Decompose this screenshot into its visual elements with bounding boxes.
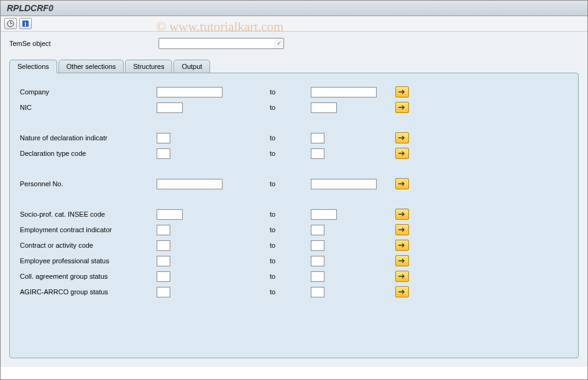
input-contract-activity-from[interactable]	[157, 240, 170, 251]
input-nature-from[interactable]	[157, 133, 170, 143]
row-nic: NIC to	[20, 101, 568, 114]
label-emp-contract: Employment contract indicator	[20, 226, 157, 233]
arrow-right-icon	[398, 104, 407, 111]
tab-area: Selections Other selections Structures O…	[1, 54, 587, 367]
row-personnel: Personnel No. to	[20, 178, 568, 190]
to-label: to	[265, 242, 311, 249]
row-company: Company to	[20, 86, 568, 98]
arrow-right-icon	[398, 89, 407, 95]
tab-content: Company to NIC to Nature of declaration …	[9, 73, 579, 358]
label-socio: Socio-prof. cat. INSEE code	[20, 210, 157, 218]
input-agirc-to[interactable]	[311, 287, 324, 297]
label-contract-activity: Contract or activity code	[20, 242, 157, 249]
label-agirc: AGIRC-ARRCO group status	[20, 288, 157, 296]
input-nic-from[interactable]	[157, 102, 183, 113]
arrow-right-icon	[398, 273, 407, 279]
row-decl-type: Declaration type code to	[20, 147, 568, 160]
range-emp-contract-button[interactable]	[395, 224, 409, 235]
label-personnel: Personnel No.	[20, 180, 157, 188]
arrow-right-icon	[398, 242, 407, 248]
input-coll-agreement-from[interactable]	[157, 271, 170, 282]
row-socio: Socio-prof. cat. INSEE code to	[20, 208, 568, 220]
input-company-to[interactable]	[311, 87, 377, 97]
to-label: to	[265, 150, 311, 157]
input-emp-prof-status-to[interactable]	[311, 256, 324, 266]
input-nature-to[interactable]	[311, 133, 324, 143]
tab-structures[interactable]: Structures	[125, 60, 172, 73]
range-company-button[interactable]	[395, 86, 409, 97]
clock-icon	[7, 20, 14, 27]
input-company-from[interactable]	[157, 87, 223, 97]
svg-text:i: i	[25, 20, 27, 27]
temse-input[interactable]	[158, 38, 277, 49]
label-coll-agreement: Coll. agreement group status	[20, 273, 157, 280]
input-emp-contract-to[interactable]	[311, 225, 324, 235]
range-socio-button[interactable]	[395, 209, 409, 220]
row-agirc: AGIRC-ARRCO group status to	[20, 286, 568, 298]
to-label: to	[265, 273, 311, 280]
info-icon: i	[22, 20, 29, 27]
input-nic-to[interactable]	[311, 102, 337, 113]
input-decl-type-from[interactable]	[157, 148, 170, 159]
input-personnel-to[interactable]	[311, 179, 377, 189]
spacer	[20, 117, 568, 130]
input-emp-contract-from[interactable]	[157, 225, 170, 235]
input-socio-to[interactable]	[311, 209, 337, 220]
row-emp-contract: Employment contract indicator to	[20, 224, 568, 236]
page-title: RPLDCRF0	[7, 3, 53, 13]
row-coll-agreement: Coll. agreement group status to	[20, 270, 568, 283]
range-contract-activity-button[interactable]	[395, 240, 409, 251]
to-label: to	[265, 134, 311, 142]
toolbar: i	[1, 16, 587, 32]
label-decl-type: Declaration type code	[20, 150, 157, 157]
label-emp-prof-status: Employee professional status	[20, 257, 157, 265]
range-decl-type-button[interactable]	[395, 148, 409, 159]
tab-output[interactable]: Output	[173, 60, 210, 73]
input-personnel-from[interactable]	[157, 179, 223, 189]
arrow-right-icon	[398, 181, 407, 187]
input-contract-activity-to[interactable]	[311, 240, 324, 251]
spacer	[20, 193, 568, 207]
to-label: to	[265, 88, 311, 96]
label-nature: Nature of declaration indicatr	[20, 134, 157, 142]
input-socio-from[interactable]	[157, 209, 183, 220]
temse-section: TemSe object ✓	[1, 32, 587, 54]
range-coll-agreement-button[interactable]	[395, 271, 409, 282]
range-nature-button[interactable]	[395, 132, 409, 143]
input-agirc-from[interactable]	[157, 287, 170, 297]
arrow-right-icon	[398, 289, 407, 295]
to-label: to	[265, 288, 311, 296]
input-decl-type-to[interactable]	[311, 148, 324, 159]
input-coll-agreement-to[interactable]	[311, 271, 324, 282]
range-personnel-button[interactable]	[395, 178, 409, 189]
row-emp-prof-status: Employee professional status to	[20, 255, 568, 267]
title-bar: RPLDCRF0	[1, 1, 587, 16]
spacer	[20, 163, 568, 176]
to-label: to	[265, 104, 311, 111]
tabs-row: Selections Other selections Structures O…	[9, 60, 579, 73]
to-label: to	[265, 210, 311, 218]
label-company: Company	[20, 88, 157, 96]
to-label: to	[265, 257, 311, 265]
temse-check-icon[interactable]: ✓	[274, 38, 284, 49]
tab-other-selections[interactable]: Other selections	[58, 60, 124, 73]
range-nic-button[interactable]	[395, 102, 409, 113]
row-contract-activity: Contract or activity code to	[20, 239, 568, 251]
range-agirc-button[interactable]	[395, 286, 409, 297]
execute-button[interactable]	[4, 18, 17, 29]
arrow-right-icon	[398, 135, 407, 141]
arrow-right-icon	[398, 258, 407, 264]
row-nature: Nature of declaration indicatr to	[20, 132, 568, 144]
info-button[interactable]: i	[19, 18, 32, 29]
range-emp-prof-status-button[interactable]	[395, 255, 409, 266]
arrow-right-icon	[398, 227, 407, 233]
input-emp-prof-status-from[interactable]	[157, 256, 170, 266]
arrow-right-icon	[398, 211, 407, 217]
to-label: to	[265, 226, 311, 233]
tab-selections[interactable]: Selections	[9, 60, 57, 73]
label-nic: NIC	[20, 104, 157, 111]
arrow-right-icon	[398, 150, 407, 156]
to-label: to	[265, 180, 311, 188]
temse-label: TemSe object	[9, 40, 158, 47]
